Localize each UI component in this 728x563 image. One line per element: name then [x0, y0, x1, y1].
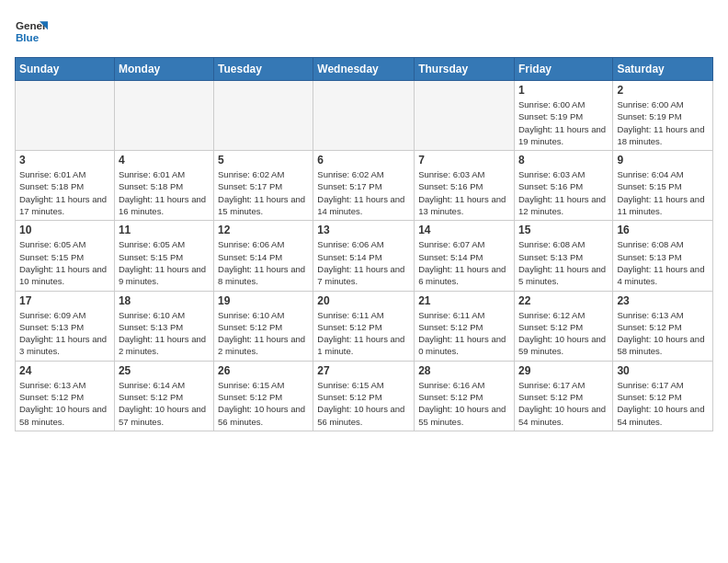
day-info: Sunrise: 6:00 AM Sunset: 5:19 PM Dayligh…	[617, 98, 709, 147]
day-number: 28	[418, 364, 510, 377]
day-info: Sunrise: 6:06 AM Sunset: 5:14 PM Dayligh…	[317, 238, 410, 287]
weekday-header: Tuesday	[214, 58, 313, 81]
calendar-cell: 12Sunrise: 6:06 AM Sunset: 5:14 PM Dayli…	[214, 221, 313, 291]
calendar-cell: 28Sunrise: 6:16 AM Sunset: 5:12 PM Dayli…	[415, 361, 515, 431]
day-info: Sunrise: 6:05 AM Sunset: 5:15 PM Dayligh…	[119, 238, 210, 287]
calendar-cell	[114, 81, 213, 151]
day-number: 15	[518, 224, 609, 236]
weekday-header: Saturday	[613, 58, 713, 81]
day-info: Sunrise: 6:11 AM Sunset: 5:12 PM Dayligh…	[317, 309, 410, 358]
day-info: Sunrise: 6:04 AM Sunset: 5:15 PM Dayligh…	[617, 168, 709, 217]
day-info: Sunrise: 6:13 AM Sunset: 5:12 PM Dayligh…	[19, 379, 110, 428]
day-info: Sunrise: 6:06 AM Sunset: 5:14 PM Dayligh…	[218, 238, 309, 287]
calendar-cell: 18Sunrise: 6:10 AM Sunset: 5:13 PM Dayli…	[114, 291, 213, 361]
day-info: Sunrise: 6:17 AM Sunset: 5:12 PM Dayligh…	[617, 379, 709, 428]
calendar-cell: 27Sunrise: 6:15 AM Sunset: 5:12 PM Dayli…	[313, 361, 415, 431]
calendar-cell: 25Sunrise: 6:14 AM Sunset: 5:12 PM Dayli…	[114, 361, 213, 431]
day-number: 20	[317, 294, 410, 307]
day-info: Sunrise: 6:13 AM Sunset: 5:12 PM Dayligh…	[617, 309, 709, 358]
day-info: Sunrise: 6:17 AM Sunset: 5:12 PM Dayligh…	[518, 379, 609, 428]
day-number: 25	[119, 364, 210, 377]
calendar-cell: 20Sunrise: 6:11 AM Sunset: 5:12 PM Dayli…	[313, 291, 415, 361]
calendar-cell: 11Sunrise: 6:05 AM Sunset: 5:15 PM Dayli…	[114, 221, 213, 291]
svg-text:General: General	[16, 19, 48, 31]
calendar-cell: 8Sunrise: 6:03 AM Sunset: 5:16 PM Daylig…	[514, 151, 612, 221]
calendar-week-row: 1Sunrise: 6:00 AM Sunset: 5:19 PM Daylig…	[16, 81, 713, 151]
calendar-cell	[16, 81, 115, 151]
day-number: 4	[119, 154, 210, 167]
day-number: 27	[317, 364, 410, 377]
logo-icon: General Blue	[15, 15, 48, 48]
day-number: 18	[119, 294, 210, 307]
calendar-cell: 14Sunrise: 6:07 AM Sunset: 5:14 PM Dayli…	[415, 221, 515, 291]
day-number: 29	[518, 364, 609, 377]
day-number: 12	[218, 224, 309, 236]
calendar-cell	[313, 81, 415, 151]
calendar-cell: 23Sunrise: 6:13 AM Sunset: 5:12 PM Dayli…	[613, 291, 713, 361]
day-number: 5	[218, 154, 309, 167]
weekday-header: Friday	[514, 58, 612, 81]
day-number: 8	[518, 154, 609, 167]
calendar-week-row: 24Sunrise: 6:13 AM Sunset: 5:12 PM Dayli…	[16, 361, 713, 431]
svg-text:Blue: Blue	[16, 31, 40, 43]
day-info: Sunrise: 6:01 AM Sunset: 5:18 PM Dayligh…	[19, 168, 110, 217]
day-number: 13	[317, 224, 410, 236]
calendar-cell: 13Sunrise: 6:06 AM Sunset: 5:14 PM Dayli…	[313, 221, 415, 291]
weekday-header: Wednesday	[313, 58, 415, 81]
day-info: Sunrise: 6:05 AM Sunset: 5:15 PM Dayligh…	[19, 238, 110, 287]
day-info: Sunrise: 6:15 AM Sunset: 5:12 PM Dayligh…	[218, 379, 309, 428]
day-number: 7	[418, 154, 510, 167]
day-number: 16	[617, 224, 709, 236]
weekday-header: Thursday	[415, 58, 515, 81]
calendar-week-row: 3Sunrise: 6:01 AM Sunset: 5:18 PM Daylig…	[16, 151, 713, 221]
calendar-cell: 19Sunrise: 6:10 AM Sunset: 5:12 PM Dayli…	[214, 291, 313, 361]
day-number: 19	[218, 294, 309, 307]
calendar-cell	[214, 81, 313, 151]
calendar-cell: 6Sunrise: 6:02 AM Sunset: 5:17 PM Daylig…	[313, 151, 415, 221]
day-info: Sunrise: 6:03 AM Sunset: 5:16 PM Dayligh…	[418, 168, 510, 217]
calendar-cell: 17Sunrise: 6:09 AM Sunset: 5:13 PM Dayli…	[16, 291, 115, 361]
day-info: Sunrise: 6:10 AM Sunset: 5:13 PM Dayligh…	[119, 309, 210, 358]
calendar-header-row: SundayMondayTuesdayWednesdayThursdayFrid…	[16, 58, 713, 81]
day-number: 9	[617, 154, 709, 167]
day-number: 21	[418, 294, 510, 307]
calendar-cell: 30Sunrise: 6:17 AM Sunset: 5:12 PM Dayli…	[613, 361, 713, 431]
calendar-cell: 1Sunrise: 6:00 AM Sunset: 5:19 PM Daylig…	[514, 81, 612, 151]
calendar-cell	[415, 81, 515, 151]
weekday-header: Monday	[114, 58, 213, 81]
day-info: Sunrise: 6:02 AM Sunset: 5:17 PM Dayligh…	[218, 168, 309, 217]
day-info: Sunrise: 6:15 AM Sunset: 5:12 PM Dayligh…	[317, 379, 410, 428]
calendar-cell: 26Sunrise: 6:15 AM Sunset: 5:12 PM Dayli…	[214, 361, 313, 431]
calendar-cell: 21Sunrise: 6:11 AM Sunset: 5:12 PM Dayli…	[415, 291, 515, 361]
day-number: 1	[518, 84, 609, 97]
day-info: Sunrise: 6:16 AM Sunset: 5:12 PM Dayligh…	[418, 379, 510, 428]
day-info: Sunrise: 6:01 AM Sunset: 5:18 PM Dayligh…	[119, 168, 210, 217]
day-number: 30	[617, 364, 709, 377]
calendar-cell: 10Sunrise: 6:05 AM Sunset: 5:15 PM Dayli…	[16, 221, 115, 291]
day-info: Sunrise: 6:09 AM Sunset: 5:13 PM Dayligh…	[19, 309, 110, 358]
calendar-week-row: 17Sunrise: 6:09 AM Sunset: 5:13 PM Dayli…	[16, 291, 713, 361]
calendar-cell: 24Sunrise: 6:13 AM Sunset: 5:12 PM Dayli…	[16, 361, 115, 431]
calendar-cell: 2Sunrise: 6:00 AM Sunset: 5:19 PM Daylig…	[613, 81, 713, 151]
day-info: Sunrise: 6:12 AM Sunset: 5:12 PM Dayligh…	[518, 309, 609, 358]
day-number: 6	[317, 154, 410, 167]
calendar-cell: 7Sunrise: 6:03 AM Sunset: 5:16 PM Daylig…	[415, 151, 515, 221]
day-number: 2	[617, 84, 709, 97]
day-number: 11	[119, 224, 210, 236]
calendar-cell: 4Sunrise: 6:01 AM Sunset: 5:18 PM Daylig…	[114, 151, 213, 221]
header: General Blue	[15, 15, 713, 48]
day-info: Sunrise: 6:00 AM Sunset: 5:19 PM Dayligh…	[518, 98, 609, 147]
day-number: 14	[418, 224, 510, 236]
day-info: Sunrise: 6:07 AM Sunset: 5:14 PM Dayligh…	[418, 238, 510, 287]
calendar-cell: 16Sunrise: 6:08 AM Sunset: 5:13 PM Dayli…	[613, 221, 713, 291]
day-number: 17	[19, 294, 110, 307]
day-number: 23	[617, 294, 709, 307]
day-info: Sunrise: 6:08 AM Sunset: 5:13 PM Dayligh…	[617, 238, 709, 287]
day-info: Sunrise: 6:02 AM Sunset: 5:17 PM Dayligh…	[317, 168, 410, 217]
calendar-cell: 29Sunrise: 6:17 AM Sunset: 5:12 PM Dayli…	[514, 361, 612, 431]
page: General Blue SundayMondayTuesdayWednesda…	[0, 0, 728, 563]
day-number: 24	[19, 364, 110, 377]
day-info: Sunrise: 6:11 AM Sunset: 5:12 PM Dayligh…	[418, 309, 510, 358]
logo: General Blue	[15, 15, 48, 48]
calendar-week-row: 10Sunrise: 6:05 AM Sunset: 5:15 PM Dayli…	[16, 221, 713, 291]
